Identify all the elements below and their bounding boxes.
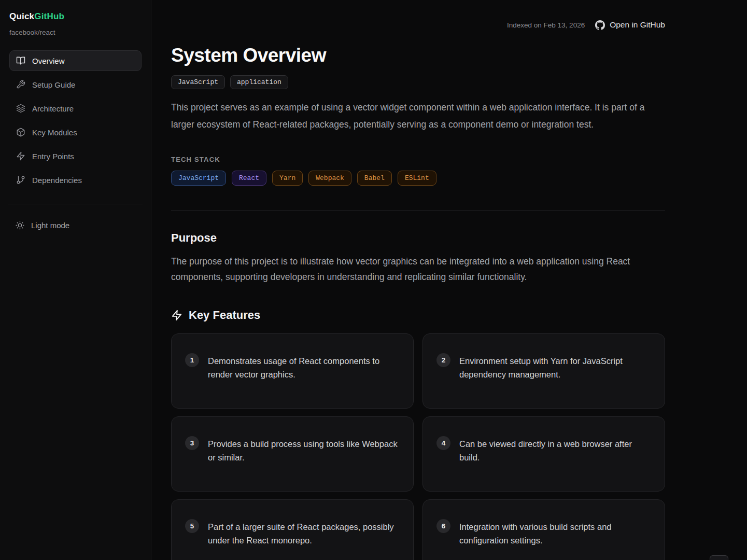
feature-text: Integration with various build scripts a… — [459, 519, 651, 547]
tech-badge-react: React — [232, 171, 266, 186]
sidebar-item-entry-points[interactable]: Entry Points — [9, 146, 142, 166]
sidebar-divider — [8, 204, 143, 204]
open-in-github-link[interactable]: Open in GitHub — [595, 20, 665, 30]
app-logo: QuickGitHub — [9, 11, 142, 22]
key-features-title: Key Features — [189, 309, 260, 322]
sidebar-item-overview[interactable]: Overview — [9, 50, 142, 71]
tech-stack-row: JavaScript React Yarn Webpack Babel ESLi… — [171, 171, 665, 186]
feature-text: Demonstrates usage of React components t… — [208, 353, 400, 381]
partial-clipped-badge — [710, 555, 728, 560]
sidebar-item-label: Dependencies — [32, 176, 82, 185]
feature-number-badge: 2 — [436, 353, 450, 367]
package-icon — [16, 128, 25, 137]
sidebar-item-label: Architecture — [32, 104, 74, 113]
feature-card: 3 Provides a build process using tools l… — [171, 416, 414, 492]
feature-card: 4 Can be viewed directly in a web browse… — [422, 416, 665, 492]
open-in-github-label: Open in GitHub — [610, 20, 665, 30]
wrench-icon — [16, 80, 25, 89]
purpose-heading: Purpose — [171, 231, 665, 245]
sidebar-item-dependencies[interactable]: Dependencies — [9, 170, 142, 190]
sidebar-item-label: Entry Points — [32, 152, 74, 161]
zap-icon — [171, 310, 182, 321]
feature-text: Provides a build process using tools lik… — [208, 436, 400, 464]
logo-primary: Quick — [9, 11, 34, 21]
tech-badge-webpack: Webpack — [308, 171, 351, 186]
feature-number-badge: 6 — [436, 519, 450, 533]
page-title: System Overview — [171, 45, 665, 66]
project-type-badge: application — [230, 75, 288, 89]
github-icon — [595, 20, 605, 30]
main-content: Indexed on Feb 13, 2026 Open in GitHub S… — [151, 0, 747, 560]
meta-badges: JavaScript application — [171, 75, 665, 89]
git-branch-icon — [16, 175, 25, 185]
sidebar-nav: Overview Setup Guide Architecture Key Mo… — [9, 50, 142, 190]
sidebar-item-label: Overview — [32, 57, 65, 65]
feature-number-badge: 1 — [185, 353, 199, 367]
app-window: QuickGitHub facebook/react Overview Setu… — [0, 0, 747, 560]
feature-cards-grid: 1 Demonstrates usage of React components… — [171, 333, 665, 560]
feature-number-badge: 5 — [185, 519, 199, 533]
theme-toggle[interactable]: Light mode — [9, 216, 142, 234]
feature-text: Environment setup with Yarn for JavaScri… — [459, 353, 651, 381]
zap-icon — [16, 151, 25, 161]
sun-icon — [16, 221, 24, 230]
layers-icon — [16, 104, 25, 113]
feature-number-badge: 3 — [185, 436, 199, 450]
header-bar: Indexed on Feb 13, 2026 Open in GitHub — [171, 19, 665, 31]
tech-badge-babel: Babel — [357, 171, 392, 186]
sidebar-item-setup-guide[interactable]: Setup Guide — [9, 74, 142, 95]
sidebar: QuickGitHub facebook/react Overview Setu… — [0, 0, 151, 560]
feature-number-badge: 4 — [436, 436, 450, 450]
section-divider — [171, 210, 665, 211]
repo-name: facebook/react — [9, 29, 142, 36]
language-badge: JavaScript — [171, 75, 225, 89]
indexed-date-label: Indexed on Feb 13, 2026 — [507, 21, 585, 29]
feature-text: Part of a larger suite of React packages… — [208, 519, 400, 547]
feature-card: 5 Part of a larger suite of React packag… — [171, 499, 414, 560]
feature-card: 2 Environment setup with Yarn for JavaSc… — [422, 333, 665, 409]
feature-text: Can be viewed directly in a web browser … — [459, 436, 651, 464]
tech-stack-label: TECH STACK — [171, 156, 665, 163]
sidebar-item-architecture[interactable]: Architecture — [9, 98, 142, 119]
sidebar-item-label: Key Modules — [32, 128, 77, 137]
project-description: This project serves as an example of usi… — [171, 99, 665, 133]
sidebar-item-label: Setup Guide — [32, 80, 75, 89]
tech-badge-eslint: ESLint — [398, 171, 436, 186]
book-open-icon — [16, 56, 25, 65]
logo-accent: GitHub — [34, 11, 64, 21]
key-features-heading: Key Features — [171, 309, 665, 322]
feature-card: 1 Demonstrates usage of React components… — [171, 333, 414, 409]
tech-badge-javascript: JavaScript — [171, 171, 226, 186]
sidebar-item-key-modules[interactable]: Key Modules — [9, 122, 142, 143]
theme-toggle-label: Light mode — [31, 221, 69, 230]
tech-badge-yarn: Yarn — [272, 171, 303, 186]
feature-card: 6 Integration with various build scripts… — [422, 499, 665, 560]
purpose-text: The purpose of this project is to illust… — [171, 254, 665, 285]
